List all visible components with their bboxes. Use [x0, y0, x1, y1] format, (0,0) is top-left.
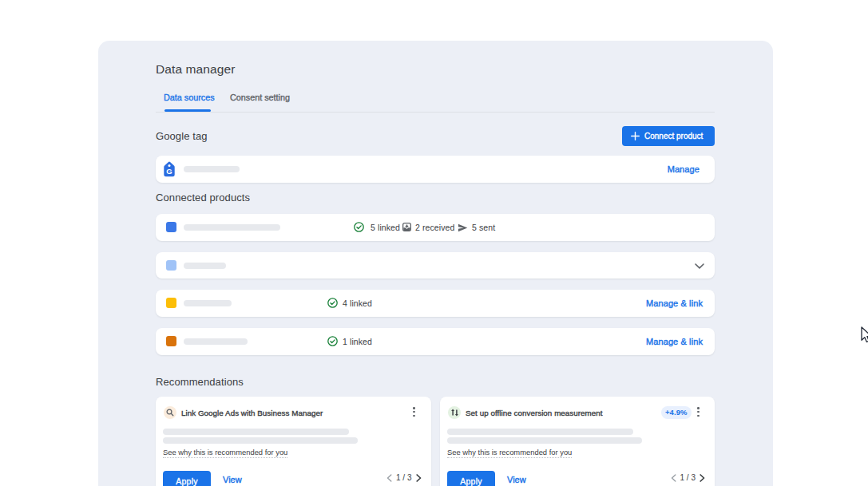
svg-text:G: G [166, 166, 172, 175]
